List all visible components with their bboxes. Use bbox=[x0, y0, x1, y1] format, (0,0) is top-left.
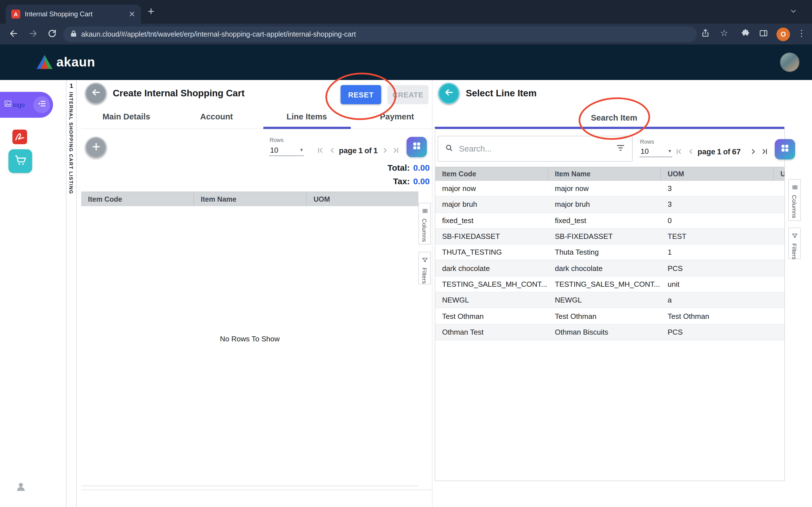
lp-rows-label: Rows bbox=[269, 137, 284, 143]
brand-logo-icon bbox=[36, 54, 53, 70]
account-shortcut[interactable] bbox=[15, 481, 27, 493]
table-cell: Othman Biscuits bbox=[548, 328, 661, 336]
lp-table-header: Item Code Item Name UOM bbox=[81, 191, 418, 206]
lp-rows-select[interactable]: 10 ▾ bbox=[269, 144, 304, 156]
sidebar-toggle[interactable] bbox=[33, 96, 50, 113]
lp-view-toggle[interactable] bbox=[407, 137, 427, 157]
table-cell: dark chocolate bbox=[435, 264, 548, 272]
tab-account[interactable]: Account bbox=[171, 112, 262, 121]
columns-bars-icon bbox=[792, 182, 798, 193]
side-panel-icon[interactable] bbox=[759, 29, 768, 40]
lp-first-page-icon[interactable] bbox=[316, 147, 324, 154]
total-label: Total: bbox=[388, 163, 410, 172]
search-box bbox=[438, 136, 633, 162]
extensions-icon[interactable] bbox=[741, 29, 750, 40]
search-input[interactable] bbox=[458, 144, 611, 154]
forward-button[interactable] bbox=[28, 29, 38, 38]
lp-back-button[interactable] bbox=[85, 83, 107, 104]
lp-tab-divider bbox=[81, 128, 432, 129]
lp-page-text: page1of1 bbox=[339, 146, 379, 155]
table-row[interactable]: THUTA_TESTINGThuta Testing1 bbox=[435, 244, 784, 261]
rp-view-toggle[interactable] bbox=[775, 139, 795, 159]
table-cell: TESTING_SALES_MH_CONT... bbox=[548, 280, 661, 288]
table-cell: Test Othman bbox=[435, 312, 548, 320]
cart-shortcut[interactable] bbox=[8, 149, 32, 173]
tab-search-chevron-icon[interactable] bbox=[790, 7, 797, 17]
column-header[interactable]: Item Code bbox=[435, 167, 548, 181]
new-tab-button[interactable]: + bbox=[148, 5, 154, 18]
table-cell: SB-FIXEDASSET bbox=[548, 232, 661, 240]
table-cell: unit bbox=[661, 280, 774, 288]
pdf-shortcut[interactable] bbox=[12, 129, 27, 144]
lp-filters-tab-label: Filters bbox=[421, 268, 428, 284]
url-bar[interactable]: akaun.cloud/#/applet/tnt/wavelet/erp/int… bbox=[63, 26, 697, 42]
rp-filters-tab[interactable]: Filters bbox=[788, 228, 801, 259]
listing-label[interactable]: INTERNAL SHOPPING CART LISTING bbox=[68, 92, 74, 194]
tab-main-details[interactable]: Main Details bbox=[81, 112, 171, 121]
table-cell: major now bbox=[548, 184, 661, 193]
table-row[interactable]: fixed_testfixed_test0 bbox=[435, 213, 784, 229]
table-cell: fixed_test bbox=[548, 216, 661, 224]
lp-total-line: Total:0.00 bbox=[282, 163, 430, 172]
profile-badge[interactable]: O bbox=[776, 27, 790, 41]
table-cell: NEWGL bbox=[548, 296, 661, 304]
column-header[interactable]: UOM bbox=[661, 167, 774, 181]
table-row[interactable]: Test OthmanTest OthmanTest Othman bbox=[435, 308, 784, 325]
table-row[interactable]: TESTING_SALES_MH_CONT...TESTING_SALES_MH… bbox=[435, 277, 784, 293]
lp-last-page-icon[interactable] bbox=[392, 147, 400, 154]
total-value: 0.00 bbox=[413, 163, 430, 172]
user-avatar[interactable] bbox=[780, 53, 799, 71]
menu-collapse-icon bbox=[37, 99, 46, 110]
lp-next-page-icon[interactable] bbox=[381, 147, 389, 154]
table-cell: major now bbox=[435, 184, 548, 193]
table-cell: major bruh bbox=[435, 200, 548, 209]
column-header[interactable]: Item Code bbox=[81, 192, 194, 206]
lp-active-underline bbox=[263, 127, 351, 129]
add-line-button[interactable] bbox=[85, 137, 107, 158]
cart-icon bbox=[14, 154, 27, 169]
rp-prev-page-icon[interactable] bbox=[687, 148, 695, 156]
logo-pill[interactable]: logo bbox=[0, 92, 53, 118]
tax-label: Tax: bbox=[393, 176, 410, 186]
filter-icon[interactable] bbox=[616, 143, 625, 155]
column-header[interactable]: U... bbox=[774, 167, 784, 181]
lp-prev-page-icon[interactable] bbox=[328, 147, 336, 154]
table-row[interactable]: dark chocolatedark chocolatePCS bbox=[435, 261, 784, 277]
broken-image-icon bbox=[4, 100, 12, 110]
rp-last-page-icon[interactable] bbox=[761, 148, 769, 156]
rp-rows-select[interactable]: 10 ▾ bbox=[640, 145, 672, 157]
table-cell: major bruh bbox=[548, 200, 661, 209]
star-icon[interactable]: ☆ bbox=[720, 27, 728, 38]
panel-divider bbox=[432, 80, 433, 507]
tax-value: 0.00 bbox=[413, 176, 430, 186]
app-header bbox=[0, 45, 812, 80]
back-button[interactable] bbox=[9, 29, 18, 38]
rp-first-page-icon[interactable] bbox=[675, 148, 683, 156]
tab-close-icon[interactable]: ✕ bbox=[129, 10, 135, 18]
rp-next-page-icon[interactable] bbox=[749, 148, 757, 156]
column-header[interactable]: Item Name bbox=[548, 167, 661, 181]
rp-table-header: Item Code Item Name UOM U... bbox=[435, 167, 784, 181]
lp-columns-tab[interactable]: Columns bbox=[418, 203, 431, 244]
rp-back-button[interactable] bbox=[438, 83, 460, 104]
chevron-down-icon: ▾ bbox=[300, 147, 303, 153]
table-row[interactable]: major bruhmajor bruh3 bbox=[435, 197, 784, 213]
lp-filters-tab[interactable]: Filters bbox=[418, 252, 431, 284]
menu-dots-icon[interactable]: ⋮ bbox=[797, 28, 806, 38]
table-row[interactable]: Othman TestOthman BiscuitsPCS bbox=[435, 324, 784, 340]
table-cell: Test Othman bbox=[661, 312, 774, 320]
browser-tab[interactable]: A Internal Shopping Cart ✕ bbox=[6, 4, 141, 24]
table-row[interactable]: major nowmajor now3 bbox=[435, 181, 784, 197]
table-row[interactable]: SB-FIXEDASSETSB-FIXEDASSETTEST bbox=[435, 229, 784, 245]
column-header[interactable]: Item Name bbox=[194, 192, 307, 206]
lock-icon bbox=[70, 29, 77, 40]
table-cell: NEWGL bbox=[435, 296, 548, 304]
listing-index: 1 bbox=[66, 82, 77, 89]
table-row[interactable]: NEWGLNEWGLa bbox=[435, 292, 784, 308]
reload-button[interactable] bbox=[47, 29, 57, 38]
share-icon[interactable] bbox=[701, 29, 710, 40]
rp-columns-tab[interactable]: Columns bbox=[788, 179, 801, 221]
table-cell: SB-FIXEDASSET bbox=[435, 232, 548, 240]
column-header[interactable]: UOM bbox=[307, 192, 418, 206]
lp-empty-text: No Rows To Show bbox=[81, 335, 418, 343]
